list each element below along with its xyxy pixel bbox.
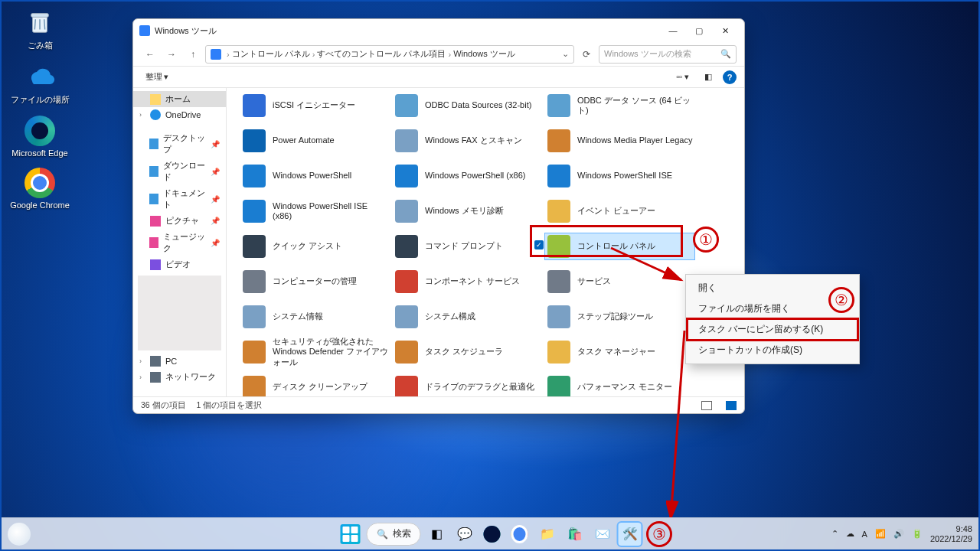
tool-icon bbox=[394, 375, 419, 396]
list-item[interactable]: Windows PowerShell bbox=[240, 163, 390, 189]
search-icon: 🔍 bbox=[720, 49, 731, 59]
details-view-button[interactable] bbox=[701, 401, 712, 410]
sidebar-item-desktop[interactable]: デスクトップ📌 bbox=[133, 130, 226, 158]
item-label: システム情報 bbox=[273, 311, 323, 321]
sidebar-item-pc[interactable]: ›PC bbox=[133, 354, 226, 369]
window-icon bbox=[139, 25, 150, 36]
context-item-create-shortcut[interactable]: ショートカットの作成(S) bbox=[688, 340, 858, 360]
refresh-button[interactable]: ⟳ bbox=[577, 45, 596, 64]
list-item[interactable]: ODBC Data Sources (32-bit) bbox=[393, 93, 542, 119]
tool-icon bbox=[547, 164, 571, 188]
tool-icon bbox=[394, 305, 419, 329]
tool-icon bbox=[394, 129, 419, 153]
edge-icon bbox=[24, 116, 55, 146]
view-options-button[interactable]: ▫▫ ▾ bbox=[671, 70, 694, 83]
list-item[interactable]: パフォーマンス モニター bbox=[545, 374, 694, 396]
sidebar-item-downloads[interactable]: ダウンロード📌 bbox=[133, 158, 226, 185]
context-item-open-location[interactable]: ファイルの場所を開く bbox=[688, 298, 858, 319]
taskbar-chrome[interactable] bbox=[508, 523, 531, 546]
taskbar-store[interactable]: 🛍️ bbox=[564, 523, 586, 546]
task-view-button[interactable]: ◧ bbox=[426, 523, 449, 546]
tool-icon bbox=[394, 234, 419, 259]
list-item[interactable]: システム情報 bbox=[240, 304, 390, 330]
sidebar-item-onedrive[interactable]: ›OneDrive bbox=[133, 107, 226, 122]
taskbar-explorer[interactable]: 📁 bbox=[536, 523, 559, 546]
context-item-pin-taskbar[interactable]: タスク バーにピン留めする(K) bbox=[688, 319, 858, 340]
item-label: セキュリティが強化された Windows Defender ファイアウォール bbox=[273, 337, 388, 367]
list-item[interactable]: セキュリティが強化された Windows Defender ファイアウォール bbox=[240, 339, 390, 365]
context-item-open[interactable]: 開く bbox=[688, 278, 858, 298]
icons-view-button[interactable] bbox=[726, 401, 737, 410]
desktop-icon-file-location[interactable]: ファイルの場所 bbox=[6, 60, 74, 106]
taskbar-chat[interactable]: 💬 bbox=[453, 523, 476, 546]
list-item[interactable]: コンピューターの管理 bbox=[240, 269, 390, 295]
list-item[interactable]: ステップ記録ツール bbox=[545, 304, 694, 330]
start-button[interactable] bbox=[339, 523, 362, 546]
desktop-icon-recycle-bin[interactable]: ごみ箱 bbox=[6, 6, 74, 51]
tray-battery-icon[interactable]: 🔋 bbox=[912, 529, 923, 539]
tool-icon bbox=[242, 129, 266, 153]
tray-wifi-icon[interactable]: 📶 bbox=[875, 529, 886, 539]
sidebar-item-network[interactable]: ›ネットワーク bbox=[133, 369, 226, 385]
back-button[interactable]: ← bbox=[141, 45, 159, 64]
minimize-button[interactable]: ― bbox=[660, 21, 686, 40]
desktop-icon-edge[interactable]: Microsoft Edge bbox=[6, 115, 74, 158]
sidebar-item-music[interactable]: ミュージック📌 bbox=[133, 229, 226, 256]
tool-icon bbox=[242, 340, 266, 364]
list-item[interactable]: イベント ビューアー bbox=[545, 198, 694, 224]
tool-icon bbox=[394, 199, 419, 223]
organize-button[interactable]: 整理 ▾ bbox=[141, 70, 173, 84]
taskbar-search[interactable]: 🔍検索 bbox=[367, 523, 421, 546]
sidebar-item-videos[interactable]: ビデオ bbox=[133, 256, 226, 272]
list-item[interactable]: コマンド プロンプト bbox=[393, 233, 542, 259]
tray-ime[interactable]: A bbox=[862, 530, 867, 539]
list-item[interactable]: システム構成 bbox=[393, 304, 542, 330]
taskbar-control-panel[interactable]: 🛠️ bbox=[619, 523, 642, 546]
list-item[interactable]: Windows FAX とスキャン bbox=[393, 128, 542, 154]
maximize-button[interactable]: ▢ bbox=[686, 21, 712, 40]
list-item[interactable]: サービス bbox=[545, 269, 694, 295]
list-item[interactable]: ODBC データ ソース (64 ビット) bbox=[545, 93, 694, 119]
list-item[interactable]: Windows メモリ診断 bbox=[393, 198, 542, 224]
list-item[interactable]: タスク スケジューラ bbox=[393, 339, 542, 365]
list-item[interactable]: コンポーネント サービス bbox=[393, 269, 542, 295]
system-tray[interactable]: ⌃ ☁ A 📶 🔊 🔋 9:48 2022/12/29 bbox=[831, 524, 972, 543]
up-button[interactable]: ↑ bbox=[184, 45, 202, 64]
sidebar-item-documents[interactable]: ドキュメント📌 bbox=[133, 185, 226, 213]
tray-overflow-icon[interactable]: ⌃ bbox=[831, 529, 838, 539]
preview-pane-button[interactable]: ◧ bbox=[700, 70, 717, 83]
tool-icon bbox=[547, 269, 571, 294]
tray-volume-icon[interactable]: 🔊 bbox=[893, 529, 904, 539]
close-button[interactable]: ✕ bbox=[712, 21, 738, 40]
list-item[interactable]: タスク マネージャー bbox=[545, 339, 694, 365]
list-item[interactable]: ディスク クリーンアップ bbox=[240, 374, 390, 396]
sidebar-item-pictures[interactable]: ピクチャ📌 bbox=[133, 213, 226, 229]
list-item[interactable]: iSCSI イニシエーター bbox=[240, 93, 390, 119]
list-item[interactable]: Windows Media Player Legacy bbox=[545, 128, 694, 154]
taskbar-mail[interactable]: ✉️ bbox=[591, 523, 614, 546]
desktop-icon-chrome[interactable]: Google Chrome bbox=[6, 167, 74, 210]
taskbar-weather[interactable] bbox=[8, 523, 31, 546]
list-item[interactable]: ドライブのデフラグと最適化 bbox=[393, 374, 542, 396]
tray-cloud-icon[interactable]: ☁ bbox=[846, 529, 854, 539]
list-item[interactable]: Windows PowerShell ISE (x86) bbox=[240, 198, 390, 224]
item-label: パフォーマンス モニター bbox=[577, 382, 672, 392]
tool-icon bbox=[547, 129, 571, 153]
annotation-circle-3: ③ bbox=[646, 521, 672, 547]
titlebar[interactable]: Windows ツール ― ▢ ✕ bbox=[133, 19, 744, 42]
tray-clock[interactable]: 9:48 2022/12/29 bbox=[930, 524, 972, 543]
tool-icon bbox=[394, 340, 419, 364]
breadcrumb[interactable]: › コントロール パネル› すべてのコントロール パネル項目› Windows … bbox=[205, 45, 574, 64]
list-item[interactable]: クイック アシスト bbox=[240, 233, 390, 259]
list-item[interactable]: Windows PowerShell (x86) bbox=[393, 163, 542, 189]
list-item[interactable]: Windows PowerShell ISE bbox=[545, 163, 694, 189]
list-item[interactable]: ✓コントロール パネル bbox=[545, 233, 694, 259]
list-item[interactable]: Power Automate bbox=[240, 128, 390, 154]
search-input[interactable]: Windows ツールの検索 🔍 bbox=[599, 45, 737, 64]
chevron-down-icon[interactable]: ⌄ bbox=[562, 49, 569, 59]
forward-button[interactable]: → bbox=[162, 45, 181, 64]
taskbar-edge[interactable] bbox=[481, 523, 504, 546]
item-label: Windows PowerShell (x86) bbox=[425, 171, 525, 181]
help-button[interactable]: ? bbox=[723, 70, 737, 84]
sidebar-item-home[interactable]: ホーム bbox=[133, 91, 226, 107]
